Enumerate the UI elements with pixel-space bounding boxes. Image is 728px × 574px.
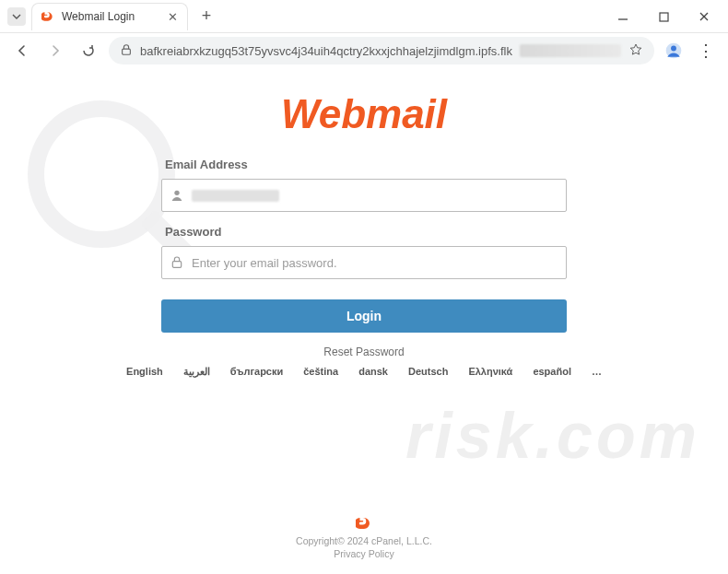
webmail-logo: Webmail <box>161 91 567 137</box>
window-minimize-button[interactable] <box>603 4 643 29</box>
svg-rect-6 <box>172 262 181 268</box>
tab-favicon <box>41 10 54 23</box>
password-label: Password <box>161 225 567 239</box>
email-field[interactable] <box>161 179 567 212</box>
language-row: English العربية български čeština dansk … <box>161 366 567 378</box>
svg-rect-2 <box>123 49 131 54</box>
new-tab-button[interactable]: + <box>194 4 219 29</box>
bookmark-star-icon[interactable] <box>628 42 643 60</box>
reset-password-link[interactable]: Reset Password <box>161 346 567 358</box>
window-controls <box>603 0 724 33</box>
copyright-text: Copyright© 2024 cPanel, L.L.C. <box>0 535 728 546</box>
watermark-text: risk.com <box>405 399 700 473</box>
user-icon <box>170 188 184 203</box>
url-text: bafkreiabrxkzugq53t75yvsvc4j34uih4qctry2… <box>140 44 512 58</box>
profile-avatar[interactable] <box>662 39 686 63</box>
page-footer: Copyright© 2024 cPanel, L.L.C. Privacy P… <box>0 514 728 559</box>
site-info-icon[interactable] <box>120 43 133 59</box>
password-field[interactable] <box>161 246 567 279</box>
password-input[interactable] <box>192 256 558 270</box>
svg-point-5 <box>174 191 179 195</box>
address-bar[interactable]: bafkreiabrxkzugq53t75yvsvc4j34uih4qctry2… <box>109 37 654 64</box>
email-label: Email Address <box>161 158 567 171</box>
nav-back-button[interactable] <box>9 38 35 64</box>
svg-rect-1 <box>660 13 668 21</box>
lang-option[interactable]: Ελληνικά <box>468 366 512 378</box>
privacy-policy-link[interactable]: Privacy Policy <box>0 548 728 559</box>
lang-option[interactable]: dansk <box>358 366 388 378</box>
login-button[interactable]: Login <box>161 299 567 333</box>
tab-dropdown-button[interactable] <box>7 7 26 26</box>
tab-title: Webmail Login <box>62 10 160 23</box>
url-obscured-suffix <box>520 44 621 57</box>
browser-titlebar: Webmail Login ✕ + <box>0 0 728 33</box>
lang-option[interactable]: čeština <box>303 366 338 378</box>
browser-menu-button[interactable]: ⋮ <box>693 41 719 61</box>
nav-forward-button[interactable] <box>42 38 68 64</box>
lang-option[interactable]: Deutsch <box>408 366 448 378</box>
tab-close-button[interactable]: ✕ <box>168 10 178 24</box>
page-content: risk.com Webmail Email Address Password … <box>0 68 728 574</box>
nav-reload-button[interactable] <box>76 38 101 64</box>
cpanel-logo <box>0 514 728 532</box>
lang-option[interactable]: español <box>533 366 571 378</box>
lang-option[interactable]: English <box>126 366 163 378</box>
lang-option[interactable]: български <box>230 366 283 378</box>
browser-toolbar: bafkreiabrxkzugq53t75yvsvc4j34uih4qctry2… <box>0 33 728 68</box>
login-form: Webmail Email Address Password Login Res… <box>161 91 567 378</box>
email-value-obscured <box>192 190 279 202</box>
window-maximize-button[interactable] <box>643 4 684 29</box>
browser-tab[interactable]: Webmail Login ✕ <box>31 3 188 30</box>
lang-more[interactable]: … <box>592 366 602 378</box>
window-close-button[interactable] <box>684 4 724 29</box>
lang-option[interactable]: العربية <box>183 366 210 378</box>
svg-point-4 <box>671 46 676 52</box>
lock-icon <box>170 255 184 270</box>
